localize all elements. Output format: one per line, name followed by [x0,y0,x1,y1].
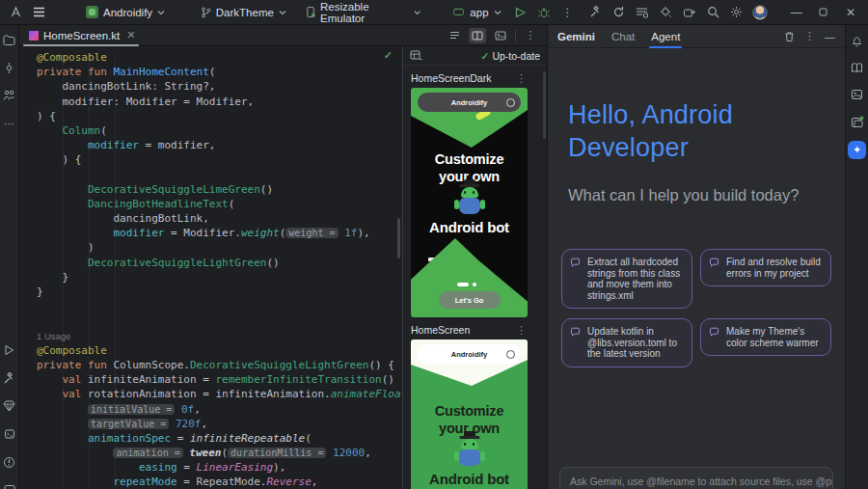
vcs-branch-selector[interactable]: DarkTheme [195,5,292,20]
build-tool-icon[interactable] [2,370,17,386]
close-tab-icon[interactable]: ✕ [126,29,135,41]
preview-homescreendark[interactable]: Androidify Customize your own Android bo… [411,88,528,317]
device-manager-icon[interactable] [850,114,865,129]
build-icon[interactable] [585,3,605,22]
uptodate-label: Up-to-date [492,50,540,62]
suggestion-card[interactable]: Find and resolve build errors in my proj… [700,249,831,286]
suggestion-text: Make my Theme's color scheme warmer [726,326,819,348]
code-line: modifier: Modifier = Modifier, [37,95,402,109]
editor-scrollbar[interactable] [397,218,400,258]
code-line [37,299,402,313]
code-line: val infiniteAnimation = rememberInfinite… [37,372,402,387]
gemini-title: Gemini [557,31,595,42]
profiler-icon[interactable] [656,3,675,22]
studio-logo-icon [6,3,25,22]
project-folder-icon[interactable] [2,32,17,47]
run-config-name: app [470,7,488,18]
preview-item-header: HomeScreen ⋮ [411,320,527,340]
run-icon[interactable] [511,3,530,22]
tab-agent[interactable]: Agent [651,25,680,48]
suggestion-card[interactable]: Make my Theme's color scheme warmer [700,318,831,356]
tab-chat[interactable]: Chat [611,25,635,48]
gemini-content: Hello, Android Developer What can I help… [548,48,845,489]
greeting-line2: Developer [568,131,733,164]
chevron-down-icon [279,10,286,15]
hamburger-menu-icon[interactable] [29,3,48,22]
inspection-check-icon[interactable]: ✓ [384,49,393,62]
tab-homescreen-kt[interactable]: HomeScreen.kt ✕ [19,25,143,46]
debug-icon[interactable] [534,3,554,22]
suggestion-text: Find and resolve build errors in my proj… [726,257,821,279]
tab-label: HomeScreen.kt [43,30,120,41]
design-view-icon[interactable] [492,28,509,43]
device-name: Resizable Emulator [320,1,409,24]
code-line: @Composable [37,50,402,65]
run-tool-icon[interactable] [2,342,17,358]
gemini-spark-icon[interactable]: ✦ [848,141,866,159]
code-line: DancingBotHeadlineText( [37,197,402,211]
compose-preview-panel: ✓ Up-to-date HomeScreenDark ⋮ [402,46,547,489]
preview-toolbar: ✓ Up-to-date [403,46,547,66]
code-view-icon[interactable] [446,28,463,43]
more-tools-icon[interactable]: ⋯ [2,116,17,131]
editor-view-modes: ⋮ [446,28,547,43]
left-tool-strip: ⋯ [0,25,19,489]
suggestion-card[interactable]: Extract all hardcoded strings from this … [561,249,692,309]
more-vertical-icon[interactable]: ⋮ [522,28,539,43]
split-view-icon[interactable] [469,28,486,43]
preview-item-label: HomeScreenDark [411,72,491,84]
more-vertical-icon[interactable]: ⋮ [557,3,577,22]
code-line: ) [37,240,402,255]
settings-icon[interactable] [726,3,746,22]
preview-list[interactable]: HomeScreenDark ⋮ Androidify Customize y [403,66,547,489]
gradle-sync-icon[interactable] [609,3,628,22]
preview-scrollbar[interactable] [543,71,546,139]
more-vertical-icon[interactable]: ⋮ [516,324,527,337]
avatar[interactable] [750,3,770,22]
project-selector[interactable]: Androidify [80,4,171,20]
phone-toolbar: Androidify [418,344,521,364]
suggestion-card[interactable]: Update kotlin in @libs.version.toml to t… [561,318,692,367]
trash-icon[interactable] [784,31,795,42]
notifications-bell-icon[interactable] [850,33,865,48]
chevron-down-icon [157,10,165,15]
phone-headline: Android bot [411,471,528,487]
editor-tab-bar: HomeScreen.kt ✕ ⋮ [19,25,547,46]
problems-icon[interactable] [2,454,17,470]
commit-push-icon[interactable] [680,3,699,22]
device-selector[interactable]: Resizable Emulator [300,0,426,26]
hide-panel-icon[interactable]: — [825,31,835,42]
preview-homescreen[interactable]: Androidify Customize your own Android bo… [411,340,528,489]
android-bot-figure [453,179,486,220]
terminal-icon[interactable] [2,482,17,489]
gemini-prompt-input[interactable] [559,467,833,489]
app-insights-icon[interactable] [2,398,17,414]
chevron-down-icon [494,10,502,15]
code-line: private fun ColumnScope.DecorativeSquigg… [37,358,402,372]
todo-list-icon[interactable] [633,3,652,22]
gallery-view-icon[interactable] [410,50,422,61]
resource-manager-icon[interactable] [850,87,865,102]
code-line: DecorativeSquiggleLimeGreen() [37,182,402,197]
structure-icon[interactable] [2,88,17,103]
run-configuration-selector[interactable]: app [447,5,506,20]
code-line [37,168,402,182]
project-name: Androidify [103,7,152,18]
code-line: modifier = modifier, [37,138,402,152]
maximize-icon[interactable] [812,3,835,22]
more-vertical-icon[interactable]: ⋮ [516,72,527,85]
search-icon[interactable] [703,3,722,22]
chevron-down-icon [414,10,420,15]
right-tool-strip: ✦ [845,25,868,489]
running-devices-icon[interactable] [850,60,865,75]
dash-decoration [457,283,469,286]
code-line: DecorativeSquiggleLightGreen() [37,256,402,270]
commit-icon[interactable] [2,60,17,75]
more-vertical-icon[interactable]: ⋮ [804,30,815,42]
code-line: val rotationAnimation = infiniteAnimatio… [37,387,402,401]
minimize-icon[interactable]: — [785,3,808,22]
code-editor[interactable]: @Composableprivate fun MainHomeContent( … [19,46,402,489]
logcat-icon[interactable] [2,426,17,442]
gemini-subtitle: What can I help you build today? [568,186,799,204]
close-icon[interactable]: ✕ [839,3,862,22]
